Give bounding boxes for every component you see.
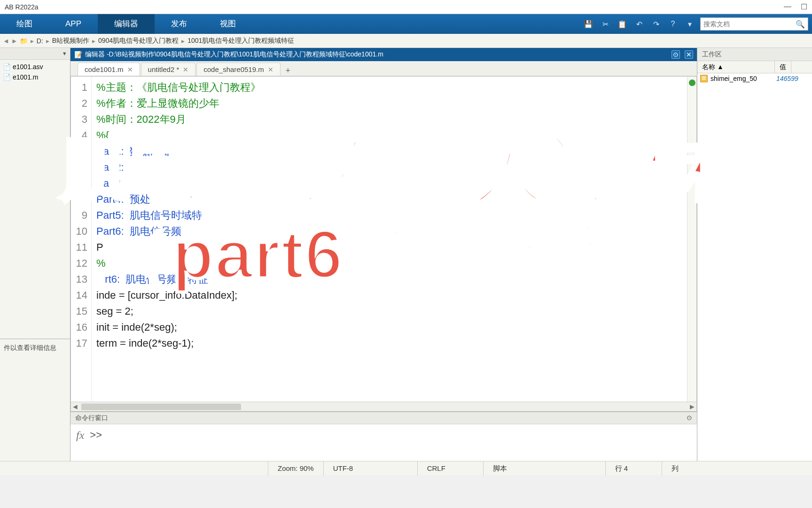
- current-folder-panel: ▾ 📄 e1001.asv 📄 e1001.m 件以查看详细信息: [0, 48, 70, 461]
- command-prompt: >>: [90, 429, 102, 441]
- status-encoding[interactable]: UTF-8: [323, 461, 417, 476]
- maximize-icon[interactable]: ☐: [801, 2, 807, 11]
- folder-details: 件以查看详细信息: [0, 339, 70, 461]
- code-line[interactable]: Part1: 数据准备: [96, 143, 682, 159]
- code-minimap[interactable]: [687, 77, 696, 402]
- save-icon[interactable]: 💾: [582, 17, 595, 31]
- tab-close-icon[interactable]: ✕: [268, 66, 273, 73]
- command-window-header: 命令行窗口 ⊙: [70, 412, 697, 424]
- folder-icon: 📁: [20, 37, 28, 45]
- editor-tab[interactable]: code_share0519.m ✕: [196, 63, 280, 76]
- editor-tab[interactable]: untitled2 * ✕: [141, 63, 196, 76]
- more-icon[interactable]: ▾: [683, 17, 696, 31]
- editor-tab[interactable]: code1001.m ✕: [78, 63, 140, 76]
- command-window-body[interactable]: fx >>: [70, 424, 697, 461]
- scroll-right-icon[interactable]: ►: [688, 403, 696, 411]
- folder-panel-header: ▾: [0, 48, 70, 60]
- code-line[interactable]: Part3:: [96, 175, 682, 191]
- variable-value: 146599: [776, 75, 798, 82]
- nav-fwd-icon[interactable]: ►: [11, 37, 18, 45]
- code-line[interactable]: Part5: 肌电信号时域特: [96, 207, 682, 223]
- file-item[interactable]: 📄 e1001.asv: [0, 62, 70, 72]
- tab-add-button[interactable]: +: [281, 66, 295, 76]
- fx-icon[interactable]: fx: [76, 429, 84, 442]
- file-icon: 📄: [3, 63, 11, 71]
- status-eol[interactable]: CRLF: [417, 461, 483, 476]
- code-line[interactable]: %时间：2022年9月: [96, 111, 682, 127]
- editor-dock-icon[interactable]: ⊙: [671, 50, 680, 59]
- status-type: 脚本: [483, 461, 605, 476]
- window-titlebar: AB R2022a — ☐: [0, 0, 812, 14]
- code-line[interactable]: init = inde(2*seg);: [96, 319, 682, 335]
- file-icon: 📄: [3, 73, 11, 81]
- ribbon: 绘图 APP 编辑器 发布 视图 💾 ✂ 📋 ↶ ↷ ? ▾ 🔍: [0, 14, 812, 34]
- workspace-panel: 工作区 名称 ▲ 值 shimei_emg_50 146599: [697, 48, 812, 461]
- workspace-col-value[interactable]: 值: [775, 61, 791, 73]
- line-gutter: 1234567891011121314151617: [71, 77, 92, 402]
- scroll-thumb[interactable]: [81, 404, 241, 410]
- file-item[interactable]: 📄 e1001.m: [0, 72, 70, 82]
- tab-label: untitled2 *: [148, 65, 180, 73]
- breadcrumb-part-2[interactable]: 1001肌电信号处理入门教程频域特征: [187, 37, 294, 45]
- ribbon-tab-publish[interactable]: 发布: [155, 14, 203, 34]
- status-zoom[interactable]: Zoom: 90%: [268, 461, 323, 476]
- editor-close-icon[interactable]: ✕: [685, 50, 693, 59]
- status-line: 行 4: [605, 461, 662, 476]
- help-icon[interactable]: ?: [666, 17, 679, 31]
- editor-tabs: code1001.m ✕ untitled2 * ✕ code_share051…: [70, 61, 697, 76]
- status-col: 列: [662, 461, 688, 476]
- code-line[interactable]: %{: [96, 127, 682, 143]
- workspace-col-name[interactable]: 名称 ▲: [697, 61, 775, 73]
- panel-menu-icon[interactable]: ⊙: [687, 414, 692, 421]
- code-line[interactable]: Part4: 预处: [96, 191, 682, 207]
- editor-titlebar: 📝 编辑器 - D:\B站视频制作\0904肌电信号处理入门教程\1001肌电信…: [70, 48, 697, 61]
- search-icon[interactable]: 🔍: [796, 20, 805, 29]
- copy-icon[interactable]: 📋: [616, 17, 629, 31]
- breadcrumb-part-1[interactable]: 0904肌电信号处理入门教程: [98, 37, 179, 45]
- doc-search-box[interactable]: 🔍: [700, 17, 808, 31]
- tab-close-icon[interactable]: ✕: [183, 66, 188, 73]
- ribbon-tab-view[interactable]: 视图: [203, 14, 252, 34]
- code-line[interactable]: %: [96, 255, 682, 271]
- code-line[interactable]: seg = 2;: [96, 303, 682, 319]
- code-line[interactable]: %作者：爱上显微镜的少年: [96, 95, 682, 111]
- code-line[interactable]: %主题：《肌电信号处理入门教程》: [96, 79, 682, 95]
- breadcrumb-part-0[interactable]: B站视频制作: [52, 37, 89, 45]
- editor-title-path: D:\B站视频制作\0904肌电信号处理入门教程\1001肌电信号处理入门教程频…: [109, 50, 383, 59]
- undo-icon[interactable]: ↶: [632, 17, 646, 31]
- ribbon-tab-editor[interactable]: 编辑器: [98, 14, 155, 34]
- window-title: AB R2022a: [5, 3, 39, 11]
- code-line[interactable]: Part2:: [96, 159, 682, 175]
- command-window-title: 命令行窗口: [75, 414, 108, 421]
- code-ok-icon: [689, 79, 695, 86]
- ribbon-tab-app[interactable]: APP: [49, 14, 98, 34]
- code-area[interactable]: %主题：《肌电信号处理入门教程》%作者：爱上显微镜的少年%时间：2022年9月%…: [92, 77, 687, 402]
- tab-label: code_share0519.m: [203, 65, 264, 73]
- tab-close-icon[interactable]: ✕: [127, 66, 133, 73]
- editor-hscrollbar[interactable]: ◄ ►: [70, 402, 697, 412]
- cut-icon[interactable]: ✂: [599, 17, 612, 31]
- scroll-left-icon[interactable]: ◄: [71, 403, 79, 411]
- variable-name: shimei_emg_50: [710, 75, 776, 82]
- ribbon-tab-plot[interactable]: 绘图: [0, 14, 49, 34]
- tab-label: code1001.m: [85, 65, 124, 73]
- breadcrumb-drive[interactable]: D:: [37, 37, 43, 45]
- code-line[interactable]: rt6: 肌电信号频域特征: [96, 271, 682, 287]
- doc-search-input[interactable]: [703, 20, 796, 28]
- code-line[interactable]: Part6: 肌电信号频: [96, 223, 682, 239]
- code-line[interactable]: term = inde(2*seg-1);: [96, 335, 682, 351]
- code-line[interactable]: inde = [cursor_info.DataIndex];: [96, 287, 682, 303]
- code-line[interactable]: P: [96, 239, 682, 255]
- path-breadcrumb[interactable]: ◄ ► 📁 ▸ D: ▸ B站视频制作 ▸ 0904肌电信号处理入门教程 ▸ 1…: [0, 34, 812, 48]
- workspace-row[interactable]: shimei_emg_50 146599: [697, 73, 812, 84]
- panel-menu-icon[interactable]: ▾: [63, 50, 66, 57]
- minimize-icon[interactable]: —: [784, 2, 791, 11]
- nav-back-icon[interactable]: ◄: [3, 37, 9, 45]
- editor-body[interactable]: 1234567891011121314151617 %主题：《肌电信号处理入门教…: [70, 76, 697, 402]
- workspace-title: 工作区: [697, 48, 812, 61]
- editor-icon: 📝: [74, 51, 82, 58]
- statusbar: Zoom: 90% UTF-8 CRLF 脚本 行 4 列: [0, 461, 812, 475]
- file-name: e1001.m: [13, 73, 38, 81]
- redo-icon[interactable]: ↷: [649, 17, 663, 31]
- file-name: e1001.asv: [13, 63, 43, 71]
